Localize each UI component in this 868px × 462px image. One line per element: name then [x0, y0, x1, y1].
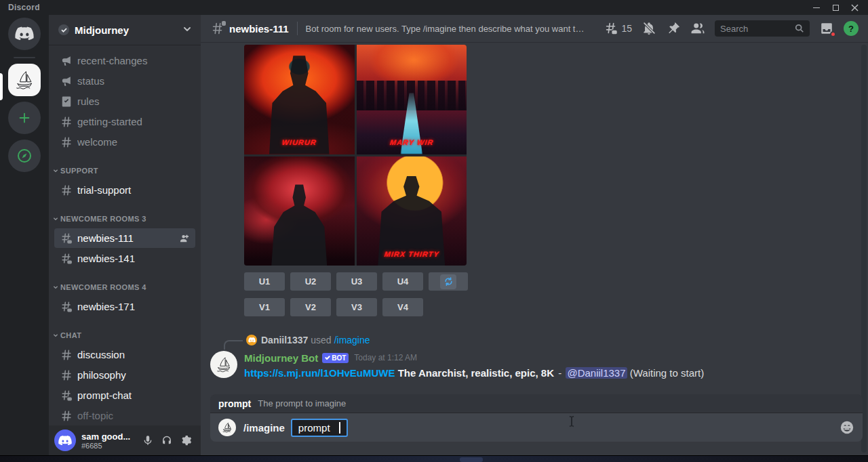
prompt-link[interactable]: https://s.mj.run/l1OHvEuMUWE — [244, 367, 395, 379]
server-header[interactable]: Midjourney — [49, 15, 201, 45]
channel-status[interactable]: status — [54, 71, 195, 91]
help-icon: ? — [844, 21, 859, 36]
minimize-button[interactable] — [807, 0, 826, 15]
channel-welcome[interactable]: welcome — [54, 132, 195, 152]
selected-server-pill — [0, 73, 3, 100]
user-discriminator: #6685 — [81, 442, 138, 450]
interaction-command[interactable]: /imagine — [334, 335, 370, 345]
channel-trial-support[interactable]: trial-support — [54, 180, 195, 200]
microphone-icon — [142, 434, 154, 446]
category-chat[interactable]: CHAT — [53, 327, 195, 343]
message-header: Midjourney Bot BOT Today at 1:12 AM — [244, 351, 704, 364]
channel-newbies-141[interactable]: newbies-141 — [54, 249, 195, 268]
hash-icon — [60, 348, 73, 362]
threads-icon — [604, 21, 618, 36]
category-newcomer-rooms-4[interactable]: NEWCOMER ROOMS 4 — [53, 279, 195, 295]
variation-4-button[interactable]: V4 — [382, 298, 423, 316]
channel-topic[interactable]: Bot room for new users. Type /imagine th… — [306, 24, 587, 34]
channel-hash-icon — [210, 21, 225, 36]
rail-divider — [14, 57, 35, 58]
explore-servers-button[interactable] — [8, 140, 41, 172]
user-settings-button[interactable] — [176, 431, 195, 450]
message-input[interactable]: /imagine prompt — [210, 413, 863, 442]
member-list-button[interactable] — [690, 20, 705, 37]
minimize-icon — [813, 7, 820, 8]
close-button[interactable] — [845, 0, 864, 15]
channel-discussion[interactable]: discussion — [54, 345, 195, 364]
variation-1-button[interactable]: V1 — [244, 298, 285, 316]
slash-command-reference: Daniil1337 used /imagine — [210, 334, 868, 346]
os-taskbar[interactable] — [0, 455, 868, 462]
user-info[interactable]: sam good... #6685 — [81, 432, 138, 450]
channel-recent-changes[interactable]: recent-changes — [54, 51, 195, 70]
threads-button[interactable]: 15 — [604, 20, 632, 37]
pinned-messages-button[interactable] — [666, 20, 681, 37]
text-cursor — [568, 415, 576, 431]
add-server-button[interactable] — [8, 102, 41, 134]
channel-off-topic[interactable]: off-topic — [54, 406, 195, 425]
channel-prompt-chat[interactable]: prompt-chat — [54, 385, 195, 405]
deafen-button[interactable] — [157, 431, 176, 450]
hash-icon — [60, 115, 73, 129]
chat-scrollbar[interactable] — [861, 45, 867, 453]
interaction-user-avatar[interactable] — [246, 335, 257, 345]
search-input[interactable]: Search — [715, 20, 810, 37]
inbox-button[interactable] — [819, 20, 834, 37]
upscale-1-button[interactable]: U1 — [244, 272, 285, 291]
user-avatar[interactable] — [54, 429, 76, 451]
close-icon — [851, 4, 859, 12]
search-placeholder: Search — [720, 24, 795, 34]
prompt-text: The Anarchist, realistic, epic, 8K — [398, 367, 554, 379]
channel-newbies-171[interactable]: newbies-171 — [54, 297, 195, 316]
variation-2-button[interactable]: V2 — [290, 298, 331, 316]
taskbar-active-app — [460, 457, 483, 462]
upscale-3-button[interactable]: U3 — [336, 272, 377, 291]
emoji-picker-button[interactable] — [840, 420, 854, 435]
generated-image-grid[interactable]: WIURUR MARY WIR MIRX THIRTY — [244, 45, 467, 266]
discord-logo-icon — [58, 436, 72, 446]
mute-mic-button[interactable] — [138, 431, 157, 450]
midjourney-bot-avatar[interactable] — [210, 351, 237, 378]
chevron-down-icon — [53, 168, 58, 173]
discord-home-button[interactable] — [8, 18, 41, 50]
megaphone-icon — [60, 54, 73, 68]
variation-3-button[interactable]: V3 — [336, 298, 377, 316]
interaction-username[interactable]: Daniil1337 — [261, 335, 308, 345]
generated-image-1[interactable]: WIURUR — [244, 45, 355, 154]
plus-icon — [17, 110, 32, 125]
channel-getting-started[interactable]: getting-started — [54, 112, 195, 131]
channel-philosophy[interactable]: philosophy — [54, 365, 195, 385]
invite-member-icon[interactable] — [179, 233, 190, 244]
prompt-option-field[interactable]: prompt — [291, 419, 348, 437]
help-button[interactable]: ? — [844, 20, 859, 37]
slash-command-name: /imagine — [243, 422, 285, 434]
upscale-2-button[interactable]: U2 — [290, 272, 331, 291]
channel-rules[interactable]: rules — [54, 91, 195, 111]
upscale-4-button[interactable]: U4 — [382, 272, 423, 291]
rules-icon — [60, 95, 73, 108]
chevron-down-icon — [53, 285, 58, 290]
prompt-option-value: prompt — [298, 422, 330, 434]
message-content: https://s.mj.run/l1OHvEuMUWE The Anarchi… — [244, 366, 704, 380]
channel-newbies-111[interactable]: newbies-111 — [54, 228, 195, 248]
autocomplete-option[interactable]: prompt The prompt to imagine — [210, 394, 863, 413]
maximize-button[interactable] — [826, 0, 845, 15]
hash-icon — [60, 184, 73, 197]
message-composer: prompt The prompt to imagine /imagine pr… — [210, 394, 863, 442]
generated-image-3[interactable] — [244, 156, 355, 266]
midjourney-sailboat-icon — [214, 355, 233, 374]
category-support[interactable]: SUPPORT — [53, 163, 195, 179]
discord-logo-icon — [15, 26, 34, 41]
notification-settings-button[interactable] — [642, 20, 656, 37]
midjourney-sailboat-icon — [221, 421, 233, 434]
category-newcomer-rooms-3[interactable]: NEWCOMER ROOMS 3 — [53, 211, 195, 227]
members-icon — [690, 21, 705, 36]
server-icon-midjourney[interactable] — [8, 64, 41, 96]
generated-image-4[interactable]: MIRX THIRTY — [357, 156, 467, 266]
user-mention[interactable]: @Daniil1337 — [566, 367, 627, 379]
reroll-button[interactable] — [429, 272, 468, 291]
generated-image-2[interactable]: MARY WIR — [357, 45, 467, 154]
bot-author-name[interactable]: Midjourney Bot — [244, 352, 318, 364]
text-caret — [339, 422, 340, 434]
bot-message: Midjourney Bot BOT Today at 1:12 AM http… — [210, 351, 868, 380]
